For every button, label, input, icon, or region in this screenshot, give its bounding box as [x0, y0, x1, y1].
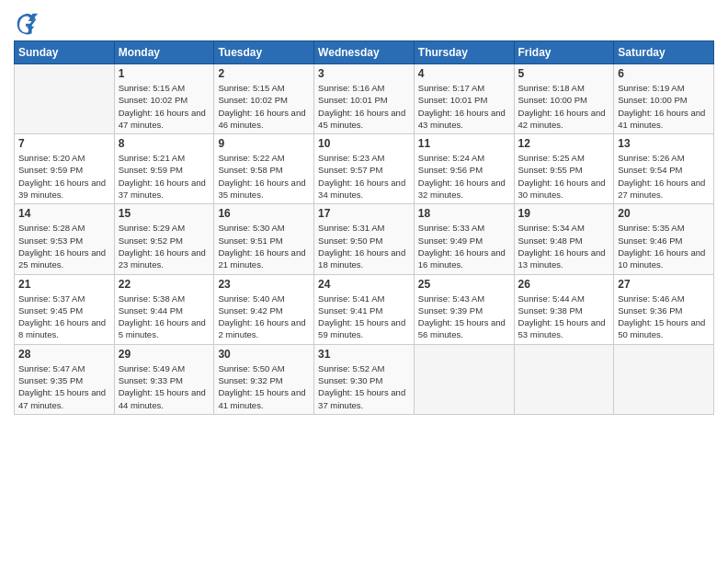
calendar-cell: 27Sunrise: 5:46 AM Sunset: 9:36 PM Dayli…: [614, 274, 714, 344]
day-number: 5: [518, 67, 610, 80]
day-info: Sunrise: 5:40 AM Sunset: 9:42 PM Dayligh…: [218, 293, 310, 341]
day-number: 30: [218, 348, 310, 361]
day-number: 26: [518, 278, 610, 291]
day-number: 4: [418, 67, 510, 80]
calendar-cell: 30Sunrise: 5:50 AM Sunset: 9:32 PM Dayli…: [214, 344, 314, 414]
day-info: Sunrise: 5:50 AM Sunset: 9:32 PM Dayligh…: [218, 362, 310, 411]
day-number: 28: [18, 348, 110, 361]
calendar-week-row: 28Sunrise: 5:47 AM Sunset: 9:35 PM Dayli…: [15, 344, 714, 414]
day-info: Sunrise: 5:16 AM Sunset: 10:01 PM Daylig…: [318, 82, 410, 131]
calendar-cell: 22Sunrise: 5:38 AM Sunset: 9:44 PM Dayli…: [114, 274, 214, 344]
calendar-table: SundayMondayTuesdayWednesdayThursdayFrid…: [14, 40, 714, 415]
calendar-cell: 25Sunrise: 5:43 AM Sunset: 9:39 PM Dayli…: [414, 274, 514, 344]
day-info: Sunrise: 5:17 AM Sunset: 10:01 PM Daylig…: [418, 82, 510, 131]
day-number: 9: [218, 137, 310, 150]
day-info: Sunrise: 5:31 AM Sunset: 9:50 PM Dayligh…: [318, 222, 410, 270]
calendar-cell: 16Sunrise: 5:30 AM Sunset: 9:51 PM Dayli…: [214, 204, 314, 274]
day-info: Sunrise: 5:29 AM Sunset: 9:52 PM Dayligh…: [119, 222, 210, 270]
calendar-cell: 13Sunrise: 5:26 AM Sunset: 9:54 PM Dayli…: [614, 134, 714, 204]
calendar-cell: 15Sunrise: 5:29 AM Sunset: 9:52 PM Dayli…: [114, 204, 214, 274]
day-number: 10: [318, 137, 410, 150]
day-number: 29: [119, 348, 210, 361]
day-info: Sunrise: 5:52 AM Sunset: 9:30 PM Dayligh…: [318, 362, 410, 411]
calendar-cell: 12Sunrise: 5:25 AM Sunset: 9:55 PM Dayli…: [514, 134, 614, 204]
day-info: Sunrise: 5:20 AM Sunset: 9:59 PM Dayligh…: [18, 152, 110, 201]
day-info: Sunrise: 5:33 AM Sunset: 9:49 PM Dayligh…: [418, 222, 510, 270]
day-number: 12: [518, 137, 610, 150]
calendar-week-row: 21Sunrise: 5:37 AM Sunset: 9:45 PM Dayli…: [15, 274, 714, 344]
day-number: 15: [119, 207, 210, 220]
logo-icon: [14, 9, 40, 35]
calendar-cell: [15, 64, 115, 134]
calendar-cell: 4Sunrise: 5:17 AM Sunset: 10:01 PM Dayli…: [414, 64, 514, 134]
day-info: Sunrise: 5:15 AM Sunset: 10:02 PM Daylig…: [119, 82, 210, 131]
day-number: 31: [318, 348, 410, 361]
day-info: Sunrise: 5:18 AM Sunset: 10:00 PM Daylig…: [518, 82, 610, 131]
day-info: Sunrise: 5:49 AM Sunset: 9:33 PM Dayligh…: [119, 362, 210, 411]
day-info: Sunrise: 5:19 AM Sunset: 10:00 PM Daylig…: [618, 82, 710, 131]
day-number: 24: [318, 278, 410, 291]
day-number: 6: [618, 67, 710, 80]
day-number: 25: [418, 278, 510, 291]
day-info: Sunrise: 5:46 AM Sunset: 9:36 PM Dayligh…: [618, 293, 710, 341]
day-info: Sunrise: 5:21 AM Sunset: 9:59 PM Dayligh…: [119, 152, 210, 201]
day-info: Sunrise: 5:24 AM Sunset: 9:56 PM Dayligh…: [418, 152, 510, 201]
calendar-week-row: 14Sunrise: 5:28 AM Sunset: 9:53 PM Dayli…: [15, 204, 714, 274]
day-of-week-header: Tuesday: [214, 41, 314, 64]
calendar-cell: 14Sunrise: 5:28 AM Sunset: 9:53 PM Dayli…: [15, 204, 115, 274]
day-info: Sunrise: 5:26 AM Sunset: 9:54 PM Dayligh…: [618, 152, 710, 201]
calendar-cell: 21Sunrise: 5:37 AM Sunset: 9:45 PM Dayli…: [15, 274, 115, 344]
day-of-week-header: Thursday: [414, 41, 514, 64]
calendar-body: 1Sunrise: 5:15 AM Sunset: 10:02 PM Dayli…: [15, 64, 714, 415]
day-of-week-header: Saturday: [614, 41, 714, 64]
day-info: Sunrise: 5:28 AM Sunset: 9:53 PM Dayligh…: [18, 222, 110, 270]
calendar-cell: 6Sunrise: 5:19 AM Sunset: 10:00 PM Dayli…: [614, 64, 714, 134]
calendar-cell: [614, 344, 714, 414]
calendar-cell: 29Sunrise: 5:49 AM Sunset: 9:33 PM Dayli…: [114, 344, 214, 414]
day-info: Sunrise: 5:30 AM Sunset: 9:51 PM Dayligh…: [218, 222, 310, 270]
day-number: 14: [18, 207, 110, 220]
calendar-cell: 17Sunrise: 5:31 AM Sunset: 9:50 PM Dayli…: [314, 204, 415, 274]
day-number: 7: [18, 137, 110, 150]
day-number: 19: [518, 207, 610, 220]
calendar-cell: 18Sunrise: 5:33 AM Sunset: 9:49 PM Dayli…: [414, 204, 514, 274]
day-number: 11: [418, 137, 510, 150]
calendar-cell: 31Sunrise: 5:52 AM Sunset: 9:30 PM Dayli…: [314, 344, 415, 414]
day-number: 3: [318, 67, 410, 80]
day-of-week-header: Monday: [114, 41, 214, 64]
day-number: 22: [119, 278, 210, 291]
calendar-week-row: 7Sunrise: 5:20 AM Sunset: 9:59 PM Daylig…: [15, 134, 714, 204]
day-info: Sunrise: 5:15 AM Sunset: 10:02 PM Daylig…: [218, 82, 310, 131]
day-info: Sunrise: 5:44 AM Sunset: 9:38 PM Dayligh…: [518, 293, 610, 341]
day-number: 2: [218, 67, 310, 80]
calendar-cell: 23Sunrise: 5:40 AM Sunset: 9:42 PM Dayli…: [214, 274, 314, 344]
calendar-cell: 11Sunrise: 5:24 AM Sunset: 9:56 PM Dayli…: [414, 134, 514, 204]
calendar-cell: 10Sunrise: 5:23 AM Sunset: 9:57 PM Dayli…: [314, 134, 415, 204]
calendar-cell: 9Sunrise: 5:22 AM Sunset: 9:58 PM Daylig…: [214, 134, 314, 204]
day-number: 20: [618, 207, 710, 220]
day-info: Sunrise: 5:22 AM Sunset: 9:58 PM Dayligh…: [218, 152, 310, 201]
calendar-header: SundayMondayTuesdayWednesdayThursdayFrid…: [15, 41, 714, 64]
calendar-cell: 1Sunrise: 5:15 AM Sunset: 10:02 PM Dayli…: [114, 64, 214, 134]
day-number: 23: [218, 278, 310, 291]
calendar-cell: 20Sunrise: 5:35 AM Sunset: 9:46 PM Dayli…: [614, 204, 714, 274]
day-number: 21: [18, 278, 110, 291]
day-number: 17: [318, 207, 410, 220]
day-info: Sunrise: 5:43 AM Sunset: 9:39 PM Dayligh…: [418, 293, 510, 341]
day-number: 8: [119, 137, 210, 150]
calendar-cell: 8Sunrise: 5:21 AM Sunset: 9:59 PM Daylig…: [114, 134, 214, 204]
calendar-week-row: 1Sunrise: 5:15 AM Sunset: 10:02 PM Dayli…: [15, 64, 714, 134]
day-of-week-header: Friday: [514, 41, 614, 64]
day-info: Sunrise: 5:41 AM Sunset: 9:41 PM Dayligh…: [318, 293, 410, 341]
day-info: Sunrise: 5:23 AM Sunset: 9:57 PM Dayligh…: [318, 152, 410, 201]
calendar-cell: 19Sunrise: 5:34 AM Sunset: 9:48 PM Dayli…: [514, 204, 614, 274]
day-number: 1: [119, 67, 210, 80]
calendar-cell: 7Sunrise: 5:20 AM Sunset: 9:59 PM Daylig…: [15, 134, 115, 204]
day-number: 18: [418, 207, 510, 220]
calendar-cell: 28Sunrise: 5:47 AM Sunset: 9:35 PM Dayli…: [15, 344, 115, 414]
day-info: Sunrise: 5:37 AM Sunset: 9:45 PM Dayligh…: [18, 293, 110, 341]
calendar-cell: 24Sunrise: 5:41 AM Sunset: 9:41 PM Dayli…: [314, 274, 415, 344]
day-info: Sunrise: 5:47 AM Sunset: 9:35 PM Dayligh…: [18, 362, 110, 411]
logo: [14, 9, 43, 35]
calendar-cell: 26Sunrise: 5:44 AM Sunset: 9:38 PM Dayli…: [514, 274, 614, 344]
